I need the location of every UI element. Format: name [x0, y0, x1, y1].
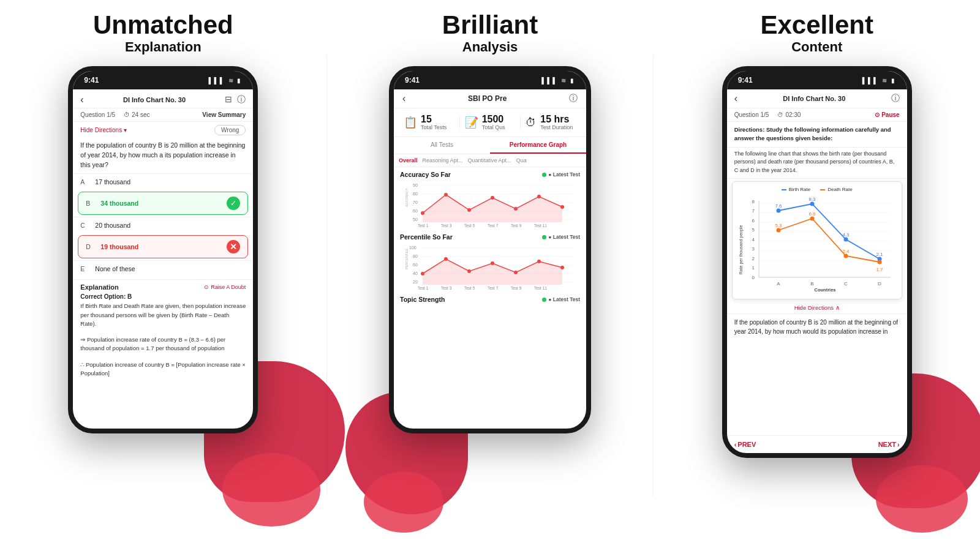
- svg-point-77: [843, 238, 848, 242]
- phone3-timer: ⏱ 02:30: [777, 111, 801, 118]
- option-e[interactable]: E None of these: [73, 260, 253, 277]
- prev-button[interactable]: ‹ PREV: [734, 441, 756, 448]
- tab-perf-graph[interactable]: Performance Graph: [490, 137, 586, 154]
- col3-heading-big: Excellent: [760, 11, 873, 39]
- total-qus-label: Total Qus: [482, 124, 505, 130]
- svg-text:3: 3: [752, 246, 755, 252]
- clock-icon: ⏱: [124, 111, 130, 118]
- svg-text:5: 5: [752, 227, 755, 233]
- phone3-header: ‹ DI Info Chart No. 30 ⓘ: [727, 89, 907, 108]
- hide-directions-button[interactable]: Hide Directions ▾: [80, 127, 127, 133]
- chart-legend: Birth Rate Death Rate: [737, 187, 897, 192]
- svg-text:8.3: 8.3: [809, 197, 816, 202]
- svg-point-36: [421, 272, 424, 276]
- svg-text:Test 1: Test 1: [418, 286, 429, 290]
- percentile-title: Percentile So Far: [400, 233, 453, 241]
- svg-text:Test 9: Test 9: [511, 223, 522, 228]
- option-a[interactable]: A 17 thousand: [73, 173, 253, 190]
- latest-dot-2: [542, 235, 546, 239]
- tab-all-tests[interactable]: All Tests: [394, 137, 490, 154]
- option-d[interactable]: D 19 thousand ✕: [78, 235, 248, 258]
- phone2-subtabs: Overall Reasoning Apt... Quantitative Ap…: [394, 154, 586, 167]
- phone2-info-icon[interactable]: ⓘ: [569, 93, 578, 104]
- svg-point-76: [810, 202, 814, 206]
- phone3-directions-title: Directions: Study the following informat…: [727, 122, 907, 148]
- svg-text:90: 90: [413, 183, 418, 187]
- svg-text:Test 5: Test 5: [464, 286, 475, 290]
- phone3-info-icon[interactable]: ⓘ: [891, 93, 900, 104]
- option-a-text: 17 thousand: [95, 178, 246, 186]
- hide-directions-3-button[interactable]: Hide Directions ∧: [727, 302, 907, 314]
- option-c[interactable]: C 20 thousand: [73, 217, 253, 233]
- duration-label: Test Duration: [540, 124, 573, 130]
- svg-point-75: [776, 209, 780, 213]
- svg-text:20: 20: [413, 280, 418, 284]
- phone2-notch: 9:41 ▌▌▌ ≋ ▮: [394, 71, 586, 89]
- phone1-title: DI Info Chart No. 30: [123, 96, 186, 103]
- info-icon[interactable]: ⓘ: [237, 94, 246, 105]
- phone1-directions-bar: Hide Directions ▾ Wrong: [73, 122, 253, 138]
- phone3-back-icon[interactable]: ‹: [734, 93, 737, 104]
- accuracy-chart-svg: 90 80 70 60 50: [400, 179, 580, 228]
- svg-text:Countries: Countries: [814, 287, 835, 293]
- svg-point-16: [537, 195, 541, 198]
- topic-strength-section: Topic Strength ● Latest Test: [394, 292, 586, 309]
- next-button[interactable]: NEXT ›: [878, 441, 900, 448]
- svg-text:70: 70: [413, 200, 418, 204]
- svg-text:2.4: 2.4: [842, 249, 850, 254]
- exp-text-3: ∴ Population increase of country B = [Po…: [80, 361, 246, 378]
- svg-point-37: [444, 257, 448, 261]
- subtab-quant[interactable]: Quantitative Apt...: [468, 157, 511, 163]
- phone1-subheader: Question 1/5 ⏱ 24 sec View Summary: [73, 108, 253, 122]
- svg-text:60: 60: [413, 209, 418, 213]
- subtab-overall[interactable]: Overall: [399, 157, 418, 163]
- svg-text:PERCENTILE: PERCENTILE: [405, 248, 409, 269]
- svg-text:5.3: 5.3: [775, 223, 782, 228]
- phone2-back-icon[interactable]: ‹: [402, 93, 405, 104]
- svg-text:Test 1: Test 1: [418, 223, 429, 228]
- explanation-title: Explanation: [80, 283, 118, 291]
- stat-duration: ⏱ 15 hrs Test Duration: [521, 114, 581, 130]
- stat-total-tests: 📋 15 Total Tests: [399, 114, 460, 130]
- qus-icon: 📝: [465, 116, 478, 129]
- pause-button[interactable]: ⊙ Pause: [875, 111, 899, 118]
- col2-heading-big: Brilliant: [442, 11, 538, 39]
- view-summary-button[interactable]: View Summary: [202, 111, 246, 118]
- phone3-notch: 9:41 ▌▌▌ ≋ ▮: [727, 71, 907, 89]
- subtab-reasoning[interactable]: Reasoning Apt...: [423, 157, 463, 163]
- bookmark-icon[interactable]: ⊟: [225, 94, 232, 105]
- svg-point-39: [491, 261, 494, 265]
- accuracy-title: Accuracy So Far: [400, 171, 451, 178]
- chevron-right-icon: ›: [897, 441, 900, 448]
- svg-text:Test 7: Test 7: [488, 286, 499, 290]
- svg-text:A: A: [777, 281, 780, 287]
- svg-text:4.3: 4.3: [842, 232, 850, 238]
- percentile-latest: ● Latest Test: [542, 234, 580, 240]
- svg-text:6: 6: [752, 218, 755, 223]
- clock-icon-3: ⏱: [777, 111, 783, 118]
- svg-point-12: [444, 193, 448, 197]
- svg-text:C: C: [844, 281, 848, 287]
- phone3-question-num: Question 1/5: [734, 111, 769, 118]
- svg-point-17: [560, 205, 564, 209]
- svg-text:Test 3: Test 3: [441, 286, 452, 290]
- wrong-button[interactable]: Wrong: [214, 125, 246, 135]
- option-c-text: 20 thousand: [95, 222, 246, 229]
- svg-text:Test 9: Test 9: [511, 286, 522, 290]
- raise-doubt-button[interactable]: ⊙ Raise A Doubt: [204, 284, 246, 290]
- chevron-left-icon: ‹: [734, 441, 737, 448]
- phone3-subheader: Question 1/5 ⏱ 02:30 ⊙ Pause: [727, 108, 907, 122]
- phone2-tabs: All Tests Performance Graph: [394, 137, 586, 154]
- total-qus-num: 1500: [482, 114, 505, 124]
- subtab-qua[interactable]: Qua: [516, 157, 527, 163]
- phone1-back-icon[interactable]: ‹: [80, 94, 83, 105]
- svg-text:60: 60: [413, 263, 418, 267]
- topic-strength-title: Topic Strength: [400, 296, 445, 303]
- phone3-directions-body: The following line chart that shows the …: [727, 148, 907, 179]
- svg-text:1: 1: [752, 265, 755, 271]
- legend-birth-label: Birth Rate: [789, 187, 811, 192]
- col1-heading-sub: Explanation: [125, 39, 202, 55]
- option-b[interactable]: B 34 thousand ✓: [78, 192, 248, 215]
- latest-dot-1: [542, 173, 546, 177]
- svg-point-83: [776, 228, 780, 233]
